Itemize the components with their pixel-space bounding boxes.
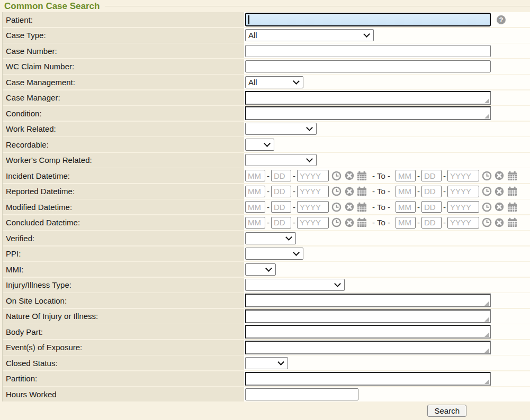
case-type-value-cell: All bbox=[244, 28, 530, 43]
modified-datetime-to-day-input[interactable] bbox=[421, 201, 442, 213]
resize-grip-icon[interactable] bbox=[484, 379, 489, 384]
clock-icon[interactable] bbox=[482, 171, 492, 181]
date-separator: - bbox=[443, 218, 446, 227]
date-separator: - bbox=[293, 218, 295, 227]
clear-icon[interactable] bbox=[495, 186, 505, 196]
work-related-select[interactable] bbox=[245, 123, 317, 135]
condition-textarea[interactable] bbox=[245, 106, 491, 120]
reported-datetime-to-day-input[interactable] bbox=[421, 186, 442, 197]
clear-icon[interactable] bbox=[344, 186, 354, 196]
events-of-exposure-textarea[interactable] bbox=[245, 341, 491, 354]
resize-grip-icon[interactable] bbox=[484, 301, 489, 306]
chevron-down-icon bbox=[285, 234, 292, 241]
modified-datetime-to-month-input[interactable] bbox=[396, 201, 416, 213]
calendar-icon[interactable] bbox=[507, 217, 517, 227]
reported-datetime-from-year-input[interactable] bbox=[297, 186, 329, 197]
mmi-select[interactable] bbox=[245, 263, 276, 276]
resize-grip-icon[interactable] bbox=[484, 348, 489, 353]
resize-grip-icon[interactable] bbox=[484, 332, 489, 337]
concluded-datetime-to-year-input[interactable] bbox=[447, 217, 479, 229]
partition-textarea[interactable] bbox=[245, 372, 491, 386]
nature-of-injury-textarea[interactable] bbox=[245, 309, 491, 323]
case-management-select[interactable]: All bbox=[245, 76, 303, 88]
calendar-icon[interactable] bbox=[507, 202, 517, 212]
clear-icon[interactable] bbox=[344, 202, 354, 212]
form-row-workers-comp-related: Worker's Comp Related: bbox=[3, 153, 530, 168]
calendar-icon[interactable] bbox=[357, 186, 367, 196]
date-separator: - bbox=[443, 187, 446, 196]
date-separator: - bbox=[417, 171, 420, 180]
clock-icon[interactable] bbox=[482, 186, 492, 196]
workers-comp-related-select[interactable] bbox=[245, 154, 317, 166]
clock-icon[interactable] bbox=[482, 202, 492, 212]
form-row-case-management: Case Management:All bbox=[3, 75, 530, 89]
case-type-select[interactable]: All bbox=[245, 29, 374, 41]
clock-icon[interactable] bbox=[331, 217, 342, 227]
resize-grip-icon[interactable] bbox=[484, 98, 489, 103]
closed-status-select[interactable] bbox=[245, 357, 288, 369]
concluded-datetime-from-year-input[interactable] bbox=[297, 217, 329, 229]
search-button[interactable]: Search bbox=[427, 405, 466, 417]
page-title: Common Case Search bbox=[4, 1, 100, 12]
calendar-icon[interactable] bbox=[357, 171, 367, 181]
reported-datetime-from-month-input[interactable] bbox=[245, 186, 265, 197]
case-manager-textarea[interactable] bbox=[245, 91, 491, 105]
concluded-datetime-label-cell: Concluded Datetime: bbox=[3, 215, 244, 230]
concluded-datetime-to-month-input[interactable] bbox=[396, 217, 416, 229]
reported-datetime-to-month-input[interactable] bbox=[396, 186, 416, 197]
case-number-input[interactable] bbox=[245, 45, 491, 57]
incident-datetime-range: --- To --- bbox=[245, 170, 517, 181]
clock-icon[interactable] bbox=[331, 186, 342, 196]
incident-datetime-to-month-input[interactable] bbox=[396, 170, 416, 181]
patient-input[interactable] bbox=[245, 13, 491, 26]
verified-select[interactable] bbox=[245, 232, 296, 244]
form-row-mmi: MMI: bbox=[3, 262, 530, 277]
calendar-icon[interactable] bbox=[357, 202, 367, 212]
clear-icon[interactable] bbox=[495, 217, 505, 227]
on-site-location-value-cell bbox=[244, 293, 530, 308]
modified-datetime-from-month-input[interactable] bbox=[245, 201, 265, 213]
concluded-datetime-to-day-input[interactable] bbox=[421, 217, 442, 229]
recordable-label: Recordable: bbox=[6, 140, 49, 149]
clock-icon[interactable] bbox=[331, 202, 342, 212]
help-icon[interactable]: ? bbox=[497, 15, 506, 24]
calendar-icon[interactable] bbox=[507, 171, 517, 181]
form-row-modified-datetime: Modified Datetime:--- To --- bbox=[3, 199, 530, 214]
modified-datetime-from-day-input[interactable] bbox=[271, 201, 291, 213]
resize-grip-icon[interactable] bbox=[484, 114, 489, 118]
date-separator: - bbox=[293, 203, 295, 212]
reported-datetime-to-year-input[interactable] bbox=[447, 186, 479, 197]
clock-icon[interactable] bbox=[331, 171, 342, 181]
case-manager-label-cell: Case Manager: bbox=[3, 90, 244, 105]
incident-datetime-from-day-input[interactable] bbox=[271, 170, 291, 181]
modified-datetime-to-year-input[interactable] bbox=[447, 201, 479, 213]
concluded-datetime-from-day-input[interactable] bbox=[271, 217, 291, 229]
clock-icon[interactable] bbox=[482, 217, 492, 227]
modified-datetime-from-year-input[interactable] bbox=[297, 201, 329, 213]
injury-illness-type-select[interactable] bbox=[245, 279, 345, 291]
incident-datetime-from-year-input[interactable] bbox=[297, 170, 329, 181]
form-row-closed-status: Closed Status: bbox=[3, 355, 530, 370]
wc-claim-number-input[interactable] bbox=[245, 60, 491, 72]
events-of-exposure-label-cell: Event(s) of Exposure: bbox=[3, 340, 244, 355]
recordable-select[interactable] bbox=[245, 139, 274, 151]
incident-datetime-label-cell: Incident Datetime: bbox=[3, 168, 244, 183]
clear-icon[interactable] bbox=[344, 217, 354, 227]
calendar-icon[interactable] bbox=[507, 186, 517, 196]
form-footer: Search bbox=[0, 403, 530, 417]
clear-icon[interactable] bbox=[495, 202, 505, 212]
hours-worked-input[interactable] bbox=[245, 388, 358, 400]
body-part-textarea[interactable] bbox=[245, 325, 491, 339]
incident-datetime-to-day-input[interactable] bbox=[421, 170, 442, 181]
clear-icon[interactable] bbox=[344, 171, 354, 181]
ppi-select[interactable] bbox=[245, 248, 303, 260]
range-to-label: - To - bbox=[372, 203, 390, 212]
incident-datetime-from-month-input[interactable] bbox=[245, 170, 265, 181]
on-site-location-textarea[interactable] bbox=[245, 294, 491, 307]
reported-datetime-from-day-input[interactable] bbox=[271, 186, 291, 197]
calendar-icon[interactable] bbox=[357, 217, 367, 227]
concluded-datetime-from-month-input[interactable] bbox=[245, 217, 265, 229]
incident-datetime-to-year-input[interactable] bbox=[447, 170, 479, 181]
resize-grip-icon[interactable] bbox=[484, 317, 489, 322]
clear-icon[interactable] bbox=[495, 171, 505, 181]
